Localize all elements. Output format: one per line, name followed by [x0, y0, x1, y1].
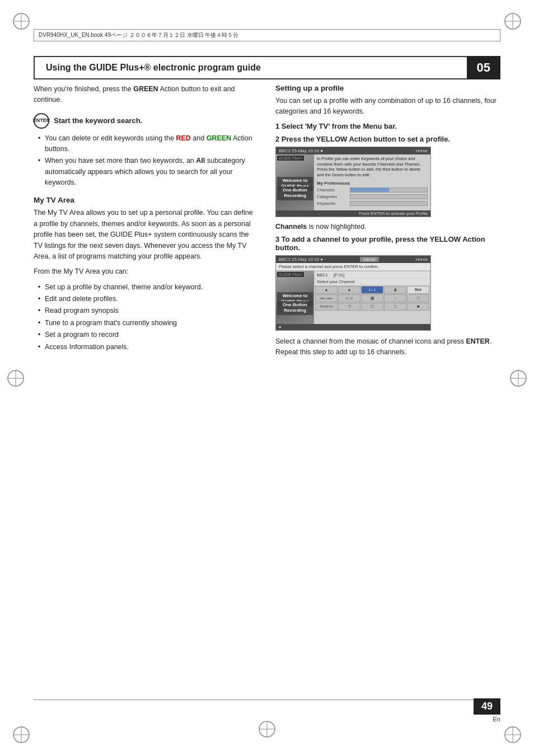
- reg-mark-tl: [11, 11, 31, 31]
- screen1-bottombar: Press ENTER to activate your Profile: [276, 210, 430, 217]
- left-column: When you're finished, press the GREEN Ac…: [34, 84, 259, 360]
- screen1-top-right: Home: [416, 148, 428, 153]
- page-lang: En: [493, 716, 500, 722]
- screen1-channels-label: Channels: [317, 187, 348, 192]
- screen2-channels-content: BBC1 [P:01] Select your Channel ▲ ▲ 1↑↓1…: [314, 271, 430, 324]
- chapter-header: Using the GUIDE Plus+® electronic progra…: [34, 56, 500, 79]
- ch-cell-12: ▽: [338, 303, 360, 311]
- ch-cell-4: 4: [384, 286, 406, 294]
- my-tv-area-para1: The My TV Area allows you to set up a pe…: [34, 208, 259, 262]
- bullet-info: Access Information panels.: [38, 342, 259, 353]
- chapter-title: Using the GUIDE Plus+® electronic progra…: [34, 56, 467, 79]
- screen2-topbar: BBC2 25-May 10:10 ● Cancel Home: [276, 256, 430, 263]
- bullet-tune: Tune to a program that's currently showi…: [38, 318, 259, 328]
- screen1-categories-label: Categories: [317, 194, 348, 199]
- main-content: When you're finished, press the GREEN Ac…: [34, 84, 500, 360]
- screen1-body: GUIDE Plus+ Welcome toGUIDE Plus+ One-Bu…: [276, 154, 430, 210]
- screen2-logo: GUIDE Plus+: [277, 272, 304, 277]
- ch-cell-7: 1↑↓2: [338, 294, 360, 302]
- step4-bullets: You can delete or edit keywords using th…: [34, 133, 259, 189]
- ch-cell-15: ■: [407, 303, 429, 311]
- page-number: 49: [474, 698, 500, 715]
- screen2-image: GUIDE Plus+ Welcome toGUIDE Plus+ One-Bu…: [276, 271, 314, 324]
- screen1-channels-bar: [350, 187, 428, 192]
- screen2-select-channel: Select your Channel: [315, 279, 429, 285]
- bottom-description: Select a channel from the mosaic of chan…: [275, 336, 500, 358]
- screen1-categories-row: Categories: [317, 194, 428, 199]
- screen2-message: Please select a channel and press ENTER …: [276, 263, 430, 271]
- right-column: Setting up a profile You can set up a pr…: [275, 84, 500, 360]
- ch-cell-14: □: [384, 303, 406, 311]
- ch-cell-5: five: [407, 286, 429, 294]
- screen2-channel-select: BBC2 25-May 10:10 ● Cancel Home Please s…: [275, 255, 431, 331]
- step4-bullet-2: When you have set more than two keywords…: [38, 156, 259, 188]
- ch-cell-3: 1↑↓1: [361, 286, 383, 294]
- screen1-preferences: BBC2 25-May 10:10 ● Home GUIDE Plus+ Wel…: [275, 147, 431, 217]
- screen2-onebutton: One-ButtonRecording: [277, 301, 313, 315]
- ch-cell-2: ▲: [338, 286, 360, 294]
- step1-text: 1 Select 'My TV' from the Menu bar.: [275, 122, 500, 130]
- screen1-channels-row: Channels: [317, 187, 428, 192]
- bullet-record: Set a program to record: [38, 330, 259, 340]
- ch-cell-1: ▲: [315, 286, 338, 294]
- step4-bullet-1: You can delete or edit keywords using th…: [38, 133, 259, 155]
- bottom-rule: [34, 699, 500, 700]
- reg-mark-br: [503, 725, 523, 745]
- reg-mark-mr: [508, 368, 528, 388]
- screen1-onebutton-label: One-ButtonRecording: [277, 186, 313, 200]
- ch-cell-11: ITV/ITV2: [315, 303, 338, 311]
- reg-mark-bl: [11, 725, 31, 745]
- screen2-bottombar: ●: [276, 324, 430, 330]
- my-tv-area-para2: From the My TV Area you can:: [34, 266, 259, 277]
- file-info-bar: DVR940HX_UK_EN.book 49ページ ２００６年７月１２日 水曜日…: [34, 29, 500, 41]
- step3-text: 3 To add a channel to your profile, pres…: [275, 235, 500, 252]
- channels-highlighted-text: Channels is now highlighted.: [275, 223, 500, 231]
- chapter-number: 05: [467, 56, 500, 79]
- bullet-synopsis: Read program synopsis: [38, 306, 259, 316]
- screen1-sidebar: GUIDE Plus+ Welcome toGUIDE Plus+ One-Bu…: [276, 154, 314, 210]
- my-tv-area-bullets: Set up a profile by channel, theme and/o…: [34, 282, 259, 353]
- ch-cell-6: bbc one: [315, 294, 338, 302]
- screen1-desc: In Profile you can enter Keywords of you…: [317, 156, 428, 178]
- step4-heading: ENTER Start the keyword search.: [34, 113, 259, 129]
- intro-paragraph: When you're finished, press the GREEN Ac…: [34, 84, 259, 105]
- screen1-channels-fill: [350, 188, 389, 192]
- reg-mark-tr: [503, 11, 523, 31]
- step4-title: Start the keyword search.: [54, 116, 142, 125]
- ch-cell-10: □: [407, 294, 429, 302]
- bullet-set-profile: Set up a profile by channel, theme and/o…: [38, 282, 259, 293]
- screen2-channel-grid: ▲ ▲ 1↑↓1 4 five bbc one 1↑↓2 ▦ ↓ □ ITV/I…: [315, 286, 429, 311]
- screen1-keywords-bar: [350, 201, 428, 206]
- screen1-image: GUIDE Plus+ Welcome toGUIDE Plus+ One-Bu…: [276, 154, 314, 210]
- ch-cell-8: ▦: [361, 294, 383, 302]
- green-label: GREEN: [133, 85, 158, 93]
- ch-cell-13: ☐: [361, 303, 383, 311]
- page-number-container: 49 En: [474, 698, 500, 722]
- screen2-cancel-btn: Cancel: [360, 257, 379, 262]
- screen1-keywords-row: Keywords: [317, 201, 428, 206]
- screen1-right-content: In Profile you can enter Keywords of you…: [314, 154, 430, 210]
- ch-cell-9: ↓: [384, 294, 406, 302]
- my-tv-area-heading: My TV Area: [34, 196, 259, 204]
- screen2-top-left: BBC2 25-May 10:10 ●: [279, 257, 323, 262]
- screen1-myprefs-label: My Preferences: [317, 181, 428, 186]
- reg-mark-mb: [257, 719, 277, 739]
- screen1-logo: GUIDE Plus+: [277, 156, 304, 161]
- screen2-home-label: Home: [416, 257, 428, 262]
- step2-text: 2 Press the YELLOW Action button to set …: [275, 135, 500, 143]
- setting-up-para: You can set up a profile with any combin…: [275, 96, 500, 118]
- setting-up-heading: Setting up a profile: [275, 84, 500, 92]
- screen2-bbc1-row: BBC1 [P:01]: [315, 272, 429, 278]
- screen1-topbar: BBC2 25-May 10:10 ● Home: [276, 147, 430, 154]
- reg-mark-ml: [6, 368, 26, 388]
- screen1-top-left: BBC2 25-May 10:10 ●: [279, 148, 323, 153]
- screen1-categories-bar: [350, 194, 428, 199]
- bullet-edit-delete: Edit and delete profiles.: [38, 294, 259, 304]
- enter-badge: ENTER: [34, 113, 49, 129]
- file-info-text: DVR940HX_UK_EN.book 49ページ ２００６年７月１２日 水曜日…: [39, 31, 238, 39]
- screen1-keywords-label: Keywords: [317, 201, 348, 206]
- screen2-body: GUIDE Plus+ Welcome toGUIDE Plus+ One-Bu…: [276, 271, 430, 324]
